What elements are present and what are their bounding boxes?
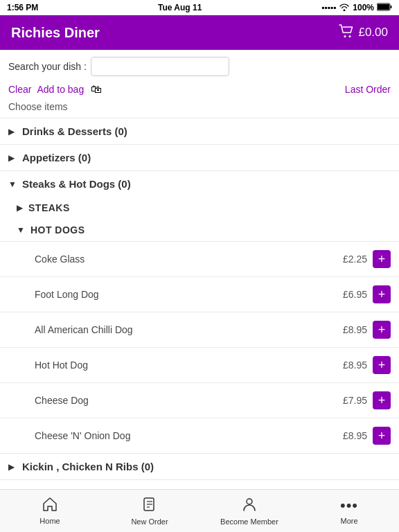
cart-icon (339, 24, 354, 42)
menu-item-foot-long-dog: Foot Long Dog £6.95 + (0, 276, 399, 312)
more-icon: ••• (340, 497, 358, 515)
add-item-button[interactable]: + (373, 391, 391, 409)
tab-more-label: More (340, 517, 357, 525)
tab-become-member[interactable]: Become Member (200, 490, 299, 532)
search-input[interactable] (91, 57, 229, 76)
battery-icon (377, 3, 392, 13)
choose-items-label: Choose items (0, 98, 399, 118)
item-name: All American Chilli Dog (35, 324, 343, 335)
arrow-right-icon: ▶ (8, 462, 17, 472)
menu-item-hot-hot-dog: Hot Hot Dog £8.95 + (0, 347, 399, 382)
item-price: £8.95 (343, 324, 367, 335)
add-item-button[interactable]: + (373, 285, 391, 303)
menu-item-cheese-dog: Cheese Dog £7.95 + (0, 382, 399, 418)
arrow-right-icon: ▶ (17, 203, 23, 213)
app-title: Richies Diner (11, 25, 100, 41)
add-item-button[interactable]: + (373, 250, 391, 268)
category-steaks-hotdogs[interactable]: ▼ Steaks & Hot Dogs (0) (0, 170, 399, 197)
home-icon (42, 497, 57, 515)
add-item-button[interactable]: + (373, 427, 391, 445)
status-icons: ▪▪▪▪▪ 100% (321, 3, 392, 13)
item-price: £2.25 (343, 254, 367, 265)
item-name: Coke Glass (35, 254, 343, 265)
member-icon (242, 497, 257, 515)
search-section: Search your dish : (0, 50, 399, 80)
add-item-button[interactable]: + (373, 321, 391, 339)
svg-point-4 (349, 35, 351, 37)
menu-item-all-american-chilli-dog: All American Chilli Dog £8.95 + (0, 312, 399, 347)
item-name: Foot Long Dog (35, 289, 343, 300)
category-appetizers[interactable]: ▶ Appetizers (0) (0, 144, 399, 170)
app-header: Richies Diner £0.00 (0, 15, 399, 50)
menu-item-cheese-n-onion-dog: Cheese 'N' Onion Dog £8.95 + (0, 418, 399, 453)
new-order-icon (142, 497, 157, 515)
wifi-icon (339, 3, 350, 13)
subcategory-name: HOT DOGS (30, 224, 85, 236)
item-name: Cheese Dog (35, 395, 343, 406)
category-name: Kickin , Chicken N Ribs (0) (22, 461, 154, 472)
signal-icon: ▪▪▪▪▪ (321, 3, 336, 12)
main-content: Search your dish : Clear Add to bag 🛍 La… (0, 50, 399, 489)
tab-new-order-label: New Order (131, 517, 168, 526)
status-bar: 1:56 PM Tue Aug 11 ▪▪▪▪▪ 100% (0, 0, 399, 15)
category-name: Drinks & Desserts (0) (22, 125, 127, 137)
arrow-down-icon: ▼ (17, 225, 25, 235)
bag-icon: 🛍 (91, 83, 102, 96)
subcategory-steaks[interactable]: ▶ STEAKS (0, 197, 399, 219)
category-name: Appetizers (0) (22, 152, 91, 163)
arrow-right-icon: ▶ (8, 153, 17, 163)
add-to-bag-link[interactable]: Add to bag (37, 84, 84, 95)
tab-bar: Home New Order Become Member ••• More (0, 489, 399, 532)
subcategory-hotdogs[interactable]: ▼ HOT DOGS (0, 219, 399, 241)
tab-new-order[interactable]: New Order (100, 490, 200, 532)
item-price: £7.95 (343, 395, 367, 406)
action-bar: Clear Add to bag 🛍 Last Order (0, 80, 399, 98)
item-price: £8.95 (343, 360, 367, 371)
tab-home-label: Home (39, 517, 60, 525)
category-name: Steaks & Hot Dogs (0) (22, 178, 131, 190)
arrow-right-icon: ▶ (8, 127, 17, 136)
menu-item-coke-glass: Coke Glass £2.25 + (0, 241, 399, 276)
category-burgers[interactable]: ▶ Burgers (0) (0, 479, 399, 489)
item-name: Hot Hot Dog (35, 360, 343, 371)
last-order-link[interactable]: Last Order (345, 84, 391, 95)
item-price: £8.95 (343, 430, 367, 441)
clear-link[interactable]: Clear (8, 84, 31, 95)
svg-point-3 (344, 35, 346, 37)
search-label: Search your dish : (8, 61, 87, 72)
item-price: £6.95 (343, 289, 367, 300)
svg-rect-2 (391, 6, 392, 8)
arrow-down-icon: ▼ (8, 179, 17, 189)
cart-area[interactable]: £0.00 (339, 24, 388, 42)
svg-rect-1 (378, 4, 389, 10)
item-name: Cheese 'N' Onion Dog (35, 430, 343, 441)
cart-total: £0.00 (358, 26, 388, 39)
tab-home[interactable]: Home (0, 490, 100, 532)
battery-text: 100% (353, 3, 374, 12)
category-drinks-desserts[interactable]: ▶ Drinks & Desserts (0) (0, 118, 399, 144)
tab-more[interactable]: ••• More (299, 490, 399, 532)
category-kickin-chicken[interactable]: ▶ Kickin , Chicken N Ribs (0) (0, 453, 399, 479)
status-date: Tue Aug 11 (158, 3, 202, 12)
subcategory-name: STEAKS (28, 202, 70, 213)
tab-become-member-label: Become Member (220, 517, 278, 526)
svg-point-9 (247, 499, 252, 504)
status-time: 1:56 PM (7, 3, 38, 12)
add-item-button[interactable]: + (373, 356, 391, 374)
